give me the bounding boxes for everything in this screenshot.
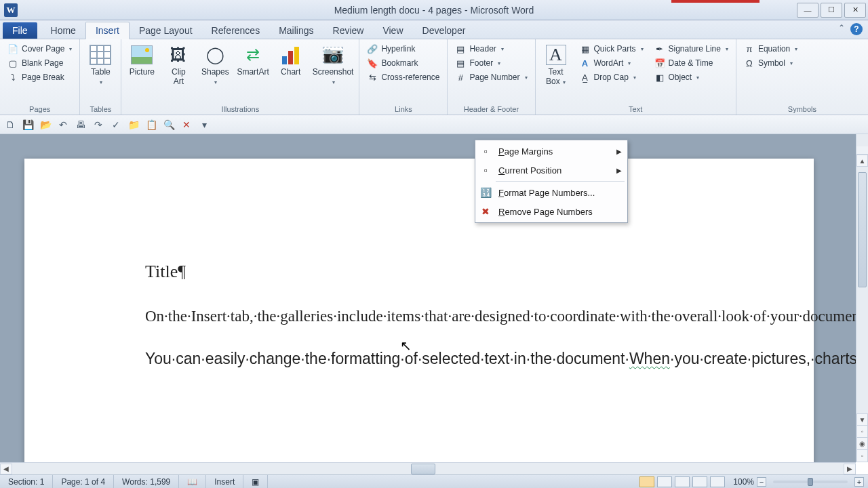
text-box-button[interactable]: AText Box ▾ [541, 42, 571, 87]
horizontal-scrollbar[interactable]: ◀ ▶ [0, 462, 856, 474]
view-draft-button[interactable] [710, 476, 725, 487]
browse-object-button[interactable]: ◉ [856, 438, 868, 450]
window-title: Medium length docu - 4 pages - Microsoft… [334, 5, 534, 16]
hscroll-track[interactable] [12, 464, 844, 474]
tab-page-layout[interactable]: Page Layout [130, 22, 202, 39]
tab-insert[interactable]: Insert [85, 22, 130, 39]
zoom-slider[interactable] [773, 481, 848, 483]
document-paragraph[interactable]: On·the·Insert·tab,·the·galleries·include… [145, 305, 698, 328]
scroll-up-button[interactable]: ▲ [856, 155, 868, 167]
page-canvas[interactable]: Title¶ On·the·Insert·tab,·the·galleries·… [24, 159, 814, 462]
drop-cap-icon: A̲ [580, 72, 591, 83]
cover-page-button[interactable]: 📄Cover Page▾ [5, 42, 74, 56]
open-icon[interactable]: 📂 [39, 119, 52, 131]
clip-art-button[interactable]: 🖼Clip Art [163, 42, 193, 87]
status-section[interactable]: Section: 1 [0, 475, 53, 488]
tab-mailings[interactable]: Mailings [269, 22, 323, 39]
object-button[interactable]: ◧Object▾ [652, 70, 730, 84]
scroll-down-button[interactable]: ▼ [856, 413, 868, 426]
zoom-in-button[interactable]: + [854, 477, 864, 487]
view-full-screen-button[interactable] [657, 476, 672, 487]
folder-icon[interactable]: 📁 [127, 119, 140, 131]
menu-format-page-numbers[interactable]: 🔢Format Page Numbers... [475, 183, 627, 202]
scroll-right-button[interactable]: ▶ [844, 464, 856, 474]
prev-page-button[interactable]: ◦ [856, 426, 868, 438]
signature-line-button[interactable]: ✒Signature Line▾ [652, 42, 730, 56]
shapes-button[interactable]: ◯Shapes▾ [200, 42, 230, 87]
document-paragraph[interactable]: You·can·easily·change·the·formatting·of·… [145, 347, 698, 371]
date-time-button[interactable]: 📅Date & Time [652, 56, 730, 70]
drop-cap-button[interactable]: A̲Drop Cap▾ [578, 70, 646, 84]
table-button[interactable]: Table▾ [85, 42, 115, 87]
picture-button[interactable]: Picture [127, 42, 157, 77]
blank-page-button[interactable]: ▢Blank Page [5, 56, 74, 70]
menu-separator [496, 181, 625, 182]
status-words[interactable]: Words: 1,599 [114, 475, 179, 488]
help-icon[interactable]: ? [850, 23, 863, 35]
tab-review[interactable]: Review [323, 22, 374, 39]
scroll-thumb[interactable] [858, 172, 867, 287]
page-margins-icon: ▫ [479, 146, 492, 157]
hyperlink-icon: 🔗 [367, 43, 378, 54]
page-number-button[interactable]: #Page Number▾ [453, 70, 529, 84]
new-doc-icon[interactable]: 🗋 [4, 119, 16, 131]
menu-remove-page-numbers[interactable]: ✖Remove Page Numbers [475, 202, 627, 221]
page-break-button[interactable]: ⤵Page Break [5, 70, 74, 84]
cross-reference-button[interactable]: ⇆Cross-reference [365, 70, 441, 84]
delete-icon[interactable]: ✕ [180, 119, 193, 131]
equation-button[interactable]: πEquation▾ [742, 42, 800, 56]
split-handle[interactable] [856, 146, 868, 155]
view-outline-button[interactable] [692, 476, 707, 487]
date-time-icon: 📅 [654, 58, 665, 68]
scroll-left-button[interactable]: ◀ [0, 464, 12, 474]
hscroll-thumb[interactable] [411, 464, 435, 474]
redo-icon[interactable]: ↷ [92, 119, 104, 131]
header-button[interactable]: ▤Header▾ [453, 42, 529, 56]
grammar-error[interactable]: When [629, 350, 670, 367]
find-icon[interactable]: 🔍 [163, 119, 175, 131]
minimize-ribbon-icon[interactable]: ⌃ [838, 23, 845, 35]
format-numbers-icon: 🔢 [479, 187, 492, 198]
footer-button[interactable]: ▤Footer▾ [453, 56, 529, 70]
zoom-slider-thumb[interactable] [808, 478, 813, 486]
wordart-button[interactable]: AWordArt▾ [578, 56, 646, 70]
chart-button[interactable]: Chart [276, 42, 306, 77]
next-page-button[interactable]: ◦ [856, 450, 868, 462]
quick-parts-button[interactable]: ▦Quick Parts▾ [578, 42, 646, 56]
status-spell-icon[interactable]: 📖 [179, 475, 206, 488]
bookmark-button[interactable]: 🔖Bookmark [365, 56, 441, 70]
spellcheck-icon[interactable]: ✓ [110, 119, 122, 131]
menu-page-margins[interactable]: ▫Page Margins▶ [475, 142, 627, 161]
vertical-scrollbar[interactable]: ▲ ▼ ◦ ◉ ◦ [856, 134, 868, 462]
document-title-text[interactable]: Title¶ [145, 262, 698, 282]
screenshot-button[interactable]: 📷Screenshot▾ [313, 42, 354, 87]
tab-file[interactable]: File [3, 22, 37, 39]
save-icon[interactable]: 💾 [22, 119, 34, 131]
group-header-footer: ▤Header▾ ▤Footer▾ #Page Number▾ Header &… [448, 39, 535, 115]
undo-icon[interactable]: ↶ [57, 119, 69, 131]
document-area[interactable]: Title¶ On·the·Insert·tab,·the·galleries·… [0, 134, 856, 462]
customize-qat-icon[interactable]: ▾ [198, 119, 210, 131]
status-page[interactable]: Page: 1 of 4 [53, 475, 114, 488]
close-button[interactable]: ✕ [844, 3, 866, 18]
tab-developer[interactable]: Developer [413, 22, 475, 39]
smartart-button[interactable]: ⇄SmartArt [237, 42, 269, 77]
maximize-button[interactable]: ☐ [821, 3, 842, 18]
view-print-layout-button[interactable] [639, 476, 654, 487]
zoom-out-button[interactable]: − [757, 477, 766, 487]
tab-references[interactable]: References [202, 22, 270, 39]
minimize-button[interactable]: — [797, 3, 818, 18]
zoom-level[interactable]: 100% [733, 477, 754, 487]
print-icon[interactable]: 🖶 [75, 119, 87, 131]
menu-current-position[interactable]: ▫Current Position▶ [475, 161, 627, 180]
paste-icon[interactable]: 📋 [145, 119, 157, 131]
view-web-layout-button[interactable] [675, 476, 690, 487]
tab-view[interactable]: View [373, 22, 412, 39]
status-macro-icon[interactable]: ▣ [243, 475, 268, 488]
group-label-tables: Tables [85, 104, 115, 113]
symbol-button[interactable]: ΩSymbol▾ [742, 56, 800, 70]
hyperlink-button[interactable]: 🔗Hyperlink [365, 42, 441, 56]
tab-home[interactable]: Home [41, 22, 85, 39]
status-mode[interactable]: Insert [206, 475, 243, 488]
app-icon[interactable]: W [4, 3, 18, 17]
